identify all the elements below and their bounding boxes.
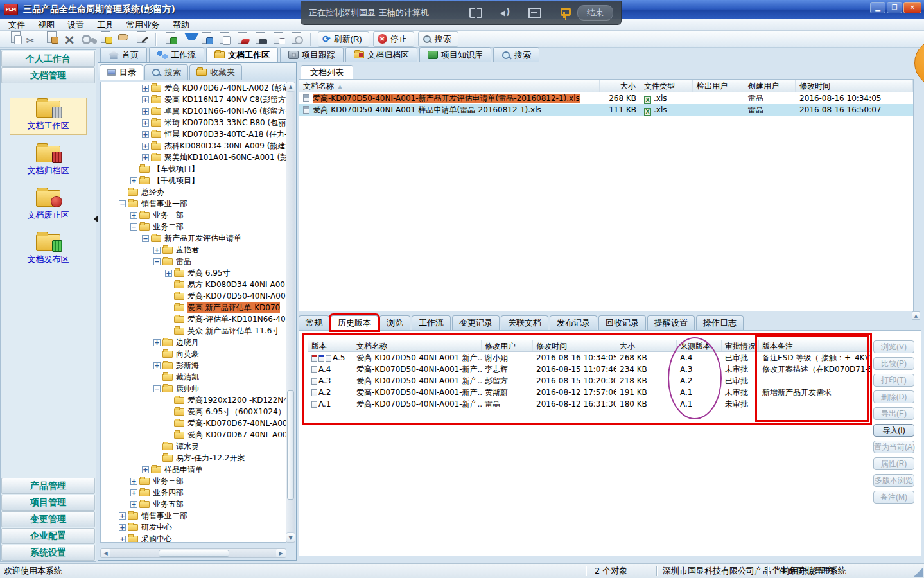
tree-node[interactable]: 爱高-KD070D67-40NL-A001- [101, 417, 286, 429]
tree-toggle-icon[interactable] [119, 512, 126, 520]
tree-node[interactable]: 销售事业一部 [101, 198, 286, 209]
detail-tab[interactable]: 关联文档 [501, 315, 548, 330]
tree-node[interactable]: 业务三部 [101, 475, 286, 487]
col-creator[interactable]: 创建用户 [744, 80, 796, 92]
tree-node[interactable]: 蓝艳君 [101, 244, 286, 256]
tree-node[interactable]: 恒晨 KD070D33-40TC-A18 (任力-2 [101, 128, 286, 140]
action-button[interactable]: 备注(M) [873, 491, 914, 504]
key-icon[interactable] [80, 30, 95, 44]
document-row[interactable]: 爱高-KD070D50-40NI-A001-新产品开发评估申请单(雷晶-2016… [299, 92, 913, 104]
col-size[interactable]: 大小 [600, 80, 640, 92]
tree-node[interactable]: 爱高1920x1200 -KD122N4- [101, 394, 286, 406]
copydoc-icon[interactable] [216, 31, 232, 45]
tree-node[interactable]: 杰科KD080D34-30NI-A009 (熊建洪 [101, 140, 286, 152]
scroll-left-icon[interactable]: ◀ [101, 549, 110, 557]
tree-tab[interactable]: 搜索 [144, 64, 188, 80]
tree-toggle-icon[interactable] [142, 119, 149, 127]
search-button[interactable]: 搜索 [418, 31, 458, 47]
checkout-icon[interactable] [98, 30, 113, 44]
tree-toggle-icon[interactable] [142, 143, 149, 150]
tools-key-icon[interactable] [558, 8, 568, 18]
col-modified[interactable]: 修改时间 [796, 80, 898, 92]
col-size[interactable]: 大小 [616, 340, 677, 351]
cut-icon[interactable] [26, 34, 41, 48]
report-icon[interactable] [270, 31, 286, 45]
sidebar-item[interactable]: 文档归档区 [10, 143, 87, 179]
delete-icon[interactable] [62, 33, 77, 48]
sign-icon[interactable] [134, 30, 149, 44]
download-icon[interactable] [180, 31, 196, 45]
refresh-button[interactable]: ⟳ 刷新(R) [318, 31, 369, 47]
sidebar-section-button[interactable]: 系统设置 [1, 545, 95, 561]
menu-item[interactable]: 工具 [91, 19, 119, 31]
sound-icon[interactable] [499, 8, 512, 18]
tree-node[interactable]: 爱高-KD070D67-40NL-A002- [101, 429, 286, 441]
tree-toggle-icon[interactable] [130, 501, 137, 508]
menu-item[interactable]: 视图 [32, 19, 60, 31]
doc-list-tab[interactable]: 文档列表 [301, 65, 353, 80]
tree-toggle-icon[interactable] [130, 177, 137, 184]
tree-node[interactable]: 爱高 6.95寸 [101, 267, 286, 279]
main-tab[interactable]: 文档工作区 [206, 47, 278, 62]
main-tab[interactable]: 文档归档区 [345, 47, 417, 62]
menu-item[interactable]: 设置 [62, 19, 90, 31]
tree-toggle-icon[interactable] [142, 96, 149, 103]
tree-node[interactable]: 向英豪 [101, 348, 286, 360]
sidebar-section-button[interactable]: 变更管理 [1, 511, 95, 527]
tree-toggle-icon[interactable] [142, 131, 149, 138]
tree-node[interactable]: 爱高-评估单-KD101N66-40 [101, 313, 286, 325]
main-tab[interactable]: 项目知识库 [419, 47, 491, 62]
tree-toggle-icon[interactable] [153, 247, 161, 254]
tree-node[interactable]: 戴清凯 [101, 371, 286, 383]
detail-tab[interactable]: 回收记录 [598, 315, 646, 330]
tree-toggle-icon[interactable] [142, 235, 149, 242]
tree-node[interactable]: 销售事业二部 [101, 510, 286, 521]
cancel-icon[interactable] [288, 31, 304, 45]
col-doc-name[interactable]: 文档名称▲ [299, 80, 600, 92]
resize-grip-icon[interactable] [914, 568, 923, 577]
detail-tab[interactable]: 常规 [299, 315, 329, 330]
checkin-icon[interactable] [162, 31, 178, 45]
detail-tab[interactable]: 变更记录 [452, 315, 500, 330]
scroll-right-icon[interactable]: ▶ [276, 549, 286, 557]
window-switch-icon[interactable] [528, 8, 541, 18]
tree-node[interactable]: 总经办 [101, 186, 286, 198]
tree-node[interactable]: 米琦 KD070D33-33NC-B80 (包丽萍 [101, 117, 286, 128]
sidebar-item[interactable]: 文档发布区 [10, 232, 87, 268]
tree-node[interactable]: 边晓丹 [101, 337, 286, 348]
col-checkout-user[interactable]: 检出用户 [693, 80, 744, 92]
tree-node[interactable]: 爱高 KD116N17-40NV-C8(彭留方- [101, 94, 286, 105]
tree-toggle-icon[interactable] [153, 339, 161, 346]
tree-toggle-icon[interactable] [153, 362, 161, 369]
menu-item[interactable]: 常用业务 [121, 19, 166, 31]
col-modify-user[interactable]: 修改用户 [482, 340, 533, 351]
tree-toggle-icon[interactable] [130, 212, 137, 219]
stop-button[interactable]: ✕ 停止 [373, 31, 414, 47]
point-icon[interactable] [116, 30, 131, 44]
action-button[interactable]: 浏览(V) [873, 340, 914, 353]
tree-horizontal-scrollbar[interactable]: ◀ ▶ [100, 548, 286, 558]
main-tab[interactable]: 项目跟踪 [280, 47, 344, 62]
sidebar-item[interactable]: 文档工作区 [10, 98, 87, 135]
tree-tab[interactable]: 收藏夹 [189, 64, 242, 80]
menu-item[interactable]: 帮助 [167, 19, 195, 31]
main-tab[interactable]: 工作流 [149, 47, 204, 62]
paste-icon[interactable] [44, 30, 59, 44]
col-file-type[interactable]: 文件类型 [640, 80, 693, 92]
fullscreen-icon[interactable] [469, 8, 482, 18]
detail-tab[interactable]: 操作日志 [696, 315, 744, 330]
action-button[interactable]: 导出(E) [873, 407, 914, 420]
tree-node[interactable]: 【车载项目】 [101, 163, 286, 175]
tree-node[interactable]: 新产品开发评估申请单 [101, 232, 286, 244]
tree-node[interactable]: 采购中心 [101, 533, 286, 543]
tree-toggle-icon[interactable] [153, 258, 161, 265]
tree-toggle-icon[interactable] [119, 536, 126, 543]
tree-node[interactable]: 业务五部 [101, 498, 286, 510]
action-button[interactable]: 属性(R) [873, 457, 914, 470]
tree-node[interactable]: 康帅帅 [101, 383, 286, 394]
action-button[interactable]: 比较(P) [873, 357, 914, 370]
tree-node[interactable]: 业务一部 [101, 209, 286, 221]
tree-node[interactable]: 爱高-KD070D50-40NI-A001 [101, 290, 286, 302]
tree-node[interactable]: 爱高 新产品评估单-KD070 [101, 302, 286, 313]
tree-node[interactable]: 爱高 KD070D67-40NL-A002 (彭留方 [101, 82, 286, 94]
